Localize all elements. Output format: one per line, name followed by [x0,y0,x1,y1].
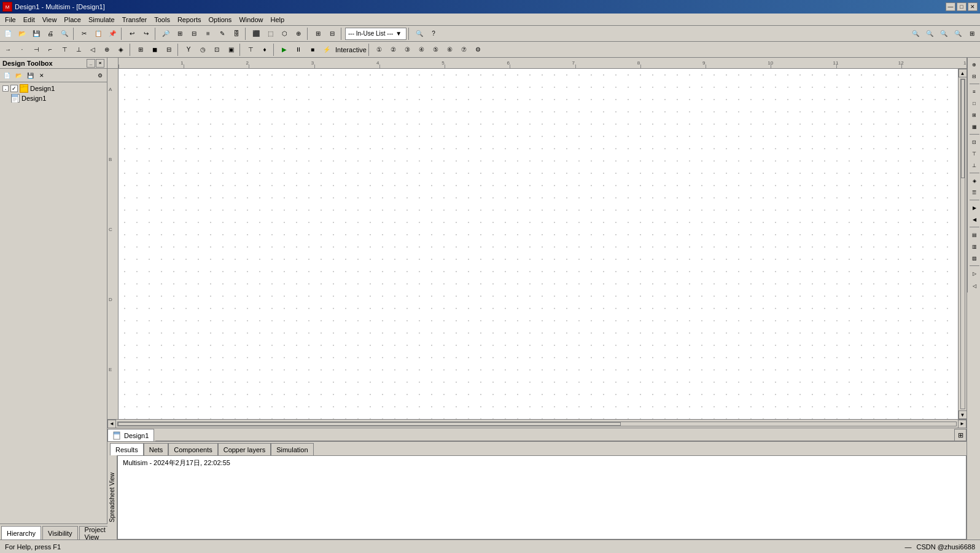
wire-btn[interactable]: → [1,43,15,57]
bus-button[interactable]: ≡ [201,27,215,41]
rt-btn-3[interactable]: ≡ [969,86,980,97]
toolbox-close-btn[interactable]: × [96,59,104,68]
tb-new-design[interactable]: 📄 [1,70,12,81]
tab-expand-btn[interactable]: ⊞ [954,429,966,441]
redo-button[interactable]: ↪ [139,27,153,41]
sim-btn1[interactable]: ① [373,43,386,57]
menu-options[interactable]: Options [204,14,235,25]
bottom-tab-nets[interactable]: Nets [144,443,169,455]
vscroll-thumb[interactable] [961,79,965,178]
zoom-out-btn[interactable]: 🔍 [923,27,936,41]
rt-btn-14[interactable]: ▤ [969,229,980,240]
rt-btn-1[interactable]: ⊕ [969,59,980,70]
print-preview[interactable]: 🔍 [58,27,71,41]
plus-btn[interactable]: ⊞ [311,27,325,41]
zoom-fit-btn[interactable]: 🔍 [937,27,951,41]
drc-btn[interactable]: ◼ [148,43,161,57]
tb-save-design[interactable]: 💾 [25,70,36,81]
misc3-btn[interactable]: ◷ [196,43,209,57]
tree-check-icon[interactable]: ✓ [10,85,18,92]
tb-open-design[interactable]: 📂 [13,70,24,81]
print-button[interactable]: 🖨 [44,27,57,41]
new-button[interactable]: 📄 [1,27,15,41]
full-screen-btn[interactable]: ⊞ [965,27,979,41]
menu-help[interactable]: Help [267,14,289,25]
bus-wire-btn[interactable]: ⊣ [29,43,43,57]
rt-btn-16[interactable]: ▨ [969,253,980,264]
bottom-tab-results[interactable]: Results [110,443,144,455]
rt-btn-13[interactable]: ◀ [969,214,980,225]
hscroll-left-button[interactable]: ◄ [107,420,116,428]
bottom-tab-components[interactable]: Components [168,443,217,455]
help-btn[interactable]: ? [427,27,440,41]
tb-close-design[interactable]: ✕ [36,70,47,81]
rt-expand-right[interactable]: ▷ [969,268,980,279]
pause-btn[interactable]: ⏸ [292,43,305,57]
menu-place[interactable]: Place [60,14,85,25]
menu-file[interactable]: File [1,14,20,25]
rt-btn-bottom[interactable]: ◁ [969,280,980,291]
zoom-in-btn[interactable]: ⬛ [249,27,263,41]
canvas-tab-design1[interactable]: Design1 [107,429,154,441]
sim-btn2[interactable]: ② [387,43,400,57]
tb-toolbox-settings[interactable]: ⚙ [95,70,106,81]
spread-button[interactable]: ⊟ [187,27,201,41]
cut-button[interactable]: ✂ [77,27,91,41]
save-button[interactable]: 💾 [29,27,43,41]
rt-btn-9[interactable]: ⊥ [969,160,980,171]
menu-tools[interactable]: Tools [150,14,174,25]
rt-btn-6[interactable]: ▦ [969,121,980,132]
misc2-btn[interactable]: Y [182,43,195,57]
rt-btn-12[interactable]: ▶ [969,202,980,213]
comp-props-btn[interactable]: ⊞ [134,43,147,57]
tree-expand-icon[interactable]: - [2,85,9,92]
minimize-button[interactable]: — [946,2,955,11]
xref-btn[interactable]: ⊟ [162,43,176,57]
param-btn[interactable]: ⊕ [292,27,305,41]
rt-btn-15[interactable]: ▥ [969,241,980,252]
misc4-btn[interactable]: ⊡ [210,43,224,57]
maximize-button[interactable]: □ [957,2,966,11]
bottom-tab-copper[interactable]: Copper layers [218,443,271,455]
tab-hierarchy[interactable]: Hierarchy [1,526,41,539]
bottom-tab-simulation[interactable]: Simulation [271,443,313,455]
find-button[interactable]: 🔎 [159,27,173,41]
rt-btn-8[interactable]: ⊤ [969,148,980,159]
menu-transfer[interactable]: Transfer [119,14,151,25]
sim-btn7[interactable]: ⑦ [457,43,471,57]
menu-edit[interactable]: Edit [20,14,39,25]
vertical-scrollbar[interactable]: ▲ ▼ [958,69,966,419]
menu-view[interactable]: View [39,14,61,25]
hscroll-thumb[interactable] [118,422,621,426]
bus-entry-btn[interactable]: ⌐ [44,43,57,57]
play-btn[interactable]: ▶ [278,43,291,57]
canvas-grid[interactable] [119,69,958,419]
zoom-100-btn[interactable]: 🔍 [909,27,922,41]
sim-btn8[interactable]: ⚙ [472,43,485,57]
tab-project-view[interactable]: Project View [79,526,111,539]
undo-button[interactable]: ↩ [125,27,139,41]
interactive-btn[interactable]: ⚡ [320,43,333,57]
vscroll-up-button[interactable]: ▲ [959,69,967,77]
sim-btn3[interactable]: ③ [401,43,414,57]
annot-button[interactable]: ✎ [216,27,229,41]
sim-btn5[interactable]: ⑤ [429,43,443,57]
stop-btn[interactable]: ■ [306,43,319,57]
tree-root-item[interactable]: - ✓ Design1 [1,84,106,93]
tab-visibility[interactable]: Visibility [42,526,78,539]
close-button[interactable]: ✕ [968,2,978,11]
search-btn[interactable]: 🔍 [413,27,426,41]
hscroll-right-button[interactable]: ► [958,420,966,428]
rt-btn-5[interactable]: ⊞ [969,109,980,120]
rt-btn-2[interactable]: ⊟ [969,71,980,82]
power-btn[interactable]: ⊕ [100,43,114,57]
hscroll-track[interactable] [117,422,957,426]
grid-button[interactable]: ⊞ [173,27,187,41]
vscroll-down-button[interactable]: ▼ [959,410,967,419]
open-button[interactable]: 📂 [15,27,29,41]
label-btn[interactable]: ⊤ [58,43,71,57]
component-btn[interactable]: ⬡ [278,27,291,41]
menu-simulate[interactable]: Simulate [85,14,119,25]
menu-window[interactable]: Window [235,14,266,25]
sim-btn4[interactable]: ④ [415,43,429,57]
